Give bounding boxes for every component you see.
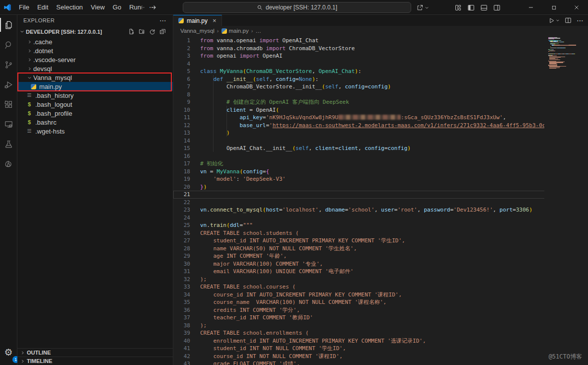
code-line-17[interactable]: 17# 初始化 xyxy=(173,160,588,168)
code-line-25[interactable]: 25vn.train(ddl=""" xyxy=(173,221,588,229)
code-line-19[interactable]: 19 'model': 'DeepSeek-V3' xyxy=(173,175,588,183)
code-line-16[interactable]: 16 xyxy=(173,152,588,160)
code-line-1[interactable]: 1from vanna.openai import OpenAI_Chat xyxy=(173,37,588,45)
code-line-24[interactable]: 24 xyxy=(173,214,588,222)
activitybar-cloud-extension-button[interactable] xyxy=(0,154,17,174)
tree-item-dotnet[interactable]: .dotnet xyxy=(17,46,173,55)
code-line-40[interactable]: 40 enrollment_id INT AUTO_INCREMENT PRIM… xyxy=(173,337,588,345)
activitybar-extensions-button[interactable] xyxy=(0,94,17,114)
code-line-18[interactable]: 18vn = MyVanna(config={ xyxy=(173,168,588,176)
file-tree: .cache.dotnet.vscode-serverdevsqlVanna_m… xyxy=(17,37,173,136)
code-line-6[interactable]: 6 def __init__(self, config=None): xyxy=(173,75,588,83)
code-line-8[interactable]: 8 xyxy=(173,91,588,99)
close-window-button[interactable] xyxy=(565,0,588,15)
code-line-7[interactable]: 7 ChromaDB_VectorStore.__init__(self, co… xyxy=(173,83,588,91)
code-line-35[interactable]: 35 course_name VARCHAR(100) NOT NULL COM… xyxy=(173,298,588,306)
activitybar-run-and-debug-button[interactable] xyxy=(0,74,17,94)
code-line-33[interactable]: 33CREATE TABLE school.courses ( xyxy=(173,283,588,291)
code-line-10[interactable]: 10 client = OpenAI( xyxy=(173,106,588,114)
toggle-secondary-sidebar-icon[interactable] xyxy=(493,4,501,11)
activitybar-explorer-button[interactable] xyxy=(0,15,17,35)
refresh-icon[interactable] xyxy=(149,28,155,35)
menu-edit[interactable]: Edit xyxy=(33,0,52,15)
activitybar-search-button[interactable] xyxy=(0,35,17,55)
breadcrumb-item-1[interactable]: main.py xyxy=(221,28,249,34)
code-line-30[interactable]: 30 major VARCHAR(100) COMMENT '专业', xyxy=(173,260,588,268)
line-number: 23 xyxy=(173,206,190,214)
close-tab-icon[interactable]: × xyxy=(213,17,217,24)
code-line-20[interactable]: 20}) xyxy=(173,183,588,191)
menu-go[interactable]: Go xyxy=(109,0,125,15)
code-line-22[interactable]: 22 xyxy=(173,199,588,207)
code-line-43[interactable]: 43 grade FLOAT COMMENT '成绩', xyxy=(173,360,588,365)
code-line-5[interactable]: 5class MyVanna(ChromaDB_VectorStore, Ope… xyxy=(173,68,588,75)
tree-item-cache[interactable]: .cache xyxy=(17,37,173,46)
forward-icon[interactable] xyxy=(150,4,157,11)
more-actions-icon[interactable]: ⋯ xyxy=(577,16,584,24)
menu-view[interactable]: View xyxy=(87,0,109,15)
tree-item-devsql[interactable]: devsql xyxy=(17,64,173,73)
code-line-27[interactable]: 27 student_id INT AUTO_INCREMENT PRIMARY… xyxy=(173,237,588,245)
code-line-4[interactable]: 4 xyxy=(173,60,588,68)
menu-selection[interactable]: Selection xyxy=(52,0,86,15)
tree-item-vscode-server[interactable]: .vscode-server xyxy=(17,55,173,64)
code-line-29[interactable]: 29 age INT COMMENT '年龄', xyxy=(173,252,588,260)
code-line-2[interactable]: 2from vanna.chromadb import ChromaDB_Vec… xyxy=(173,45,588,53)
code-line-3[interactable]: 3from openai import OpenAI xyxy=(173,52,588,60)
new-file-icon[interactable] xyxy=(128,28,135,35)
settings-gear-button[interactable]: ⚙ 1 xyxy=(0,342,17,362)
tree-item-bash-logout[interactable]: $.bash_logout xyxy=(17,100,173,109)
breadcrumb-item-2[interactable]: … xyxy=(255,28,261,34)
code-line-26[interactable]: 26CREATE TABLE school.students ( xyxy=(173,229,588,237)
activitybar-testing-button[interactable] xyxy=(0,134,17,154)
code-line-12[interactable]: 12 base_url='https://maas-cn-southwest-2… xyxy=(173,122,588,130)
timeline-section[interactable]: TIMELINE xyxy=(17,357,173,365)
tab-main-py[interactable]: main.py × xyxy=(173,15,222,26)
activitybar-source-control-button[interactable] xyxy=(0,55,17,74)
line-number: 31 xyxy=(173,268,190,276)
new-folder-icon[interactable] xyxy=(139,28,145,35)
code-line-14[interactable]: 14 xyxy=(173,137,588,145)
outline-section[interactable]: OUTLINE xyxy=(17,348,173,357)
tree-item-vanna-mysql[interactable]: Vanna_mysql xyxy=(17,73,173,82)
activitybar-remote-explorer-button[interactable] xyxy=(0,114,17,134)
tree-item-bashrc[interactable]: $.bashrc xyxy=(17,118,173,127)
minimize-button[interactable] xyxy=(519,0,542,15)
tree-item-main-py[interactable]: main.py xyxy=(17,82,173,91)
minimap[interactable] xyxy=(544,36,588,365)
code-line-36[interactable]: 36 credits INT COMMENT '学分', xyxy=(173,306,588,314)
menu-file[interactable]: File xyxy=(15,0,33,15)
code-line-13[interactable]: 13 ) xyxy=(173,129,588,137)
workspace-section-header[interactable]: DEVELOPER [SSH: 127.0.0.1] xyxy=(17,26,173,37)
code-line-41[interactable]: 41 student_id INT NOT NULL COMMENT '学生ID… xyxy=(173,345,588,353)
code-line-31[interactable]: 31 email VARCHAR(100) UNIQUE COMMENT '电子… xyxy=(173,268,588,276)
code-line-23[interactable]: 23vn.connect_to_mysql(host='localhost', … xyxy=(173,206,588,214)
tree-item-wget-hsts[interactable]: ☰.wget-hsts xyxy=(17,127,173,136)
code-line-38[interactable]: 38); xyxy=(173,322,588,330)
command-center[interactable]: developer [SSH: 127.0.0.1] xyxy=(183,2,411,13)
code-line-34[interactable]: 34 course_id INT AUTO_INCREMENT PRIMARY … xyxy=(173,291,588,299)
run-python-button[interactable] xyxy=(548,17,560,24)
collapse-all-icon[interactable] xyxy=(159,28,166,35)
tree-item-bash-history[interactable]: ☰.bash_history xyxy=(17,91,173,100)
code-line-42[interactable]: 42 course_id INT NOT NULL COMMENT '课程ID'… xyxy=(173,353,588,361)
split-editor-icon[interactable] xyxy=(565,17,572,24)
code-line-9[interactable]: 9 # 创建自定义的 OpenAI 客户端指向 DeepSeek xyxy=(173,98,588,106)
tree-item-bash-profile[interactable]: $.bash_profile xyxy=(17,109,173,118)
code-editor[interactable]: 1from vanna.openai import OpenAI_Chat2fr… xyxy=(173,36,588,365)
code-line-15[interactable]: 15 OpenAI_Chat.__init__(self, client=cli… xyxy=(173,145,588,152)
customize-layout-icon[interactable] xyxy=(454,4,462,11)
code-line-21[interactable]: 21 xyxy=(173,191,588,199)
maximize-button[interactable] xyxy=(542,0,565,15)
launch-profile-button[interactable] xyxy=(416,0,429,15)
toggle-panel-icon[interactable] xyxy=(480,4,488,11)
breadcrumb-item-0[interactable]: Vanna_mysql xyxy=(180,28,215,34)
back-icon[interactable] xyxy=(139,4,146,11)
toggle-sidebar-icon[interactable] xyxy=(467,4,475,11)
code-line-11[interactable]: 11 api_key='nK9HJqSkuVqndXw8jhR9U:sGca_s… xyxy=(173,114,588,122)
code-line-39[interactable]: 39CREATE TABLE school.enrollments ( xyxy=(173,329,588,337)
explorer-more-actions-icon[interactable]: ⋯ xyxy=(159,16,167,24)
code-line-28[interactable]: 28 name VARCHAR(50) NOT NULL COMMENT '学生… xyxy=(173,245,588,253)
code-line-37[interactable]: 37 teacher_id INT COMMENT '教师ID' xyxy=(173,314,588,322)
code-line-32[interactable]: 32); xyxy=(173,276,588,284)
